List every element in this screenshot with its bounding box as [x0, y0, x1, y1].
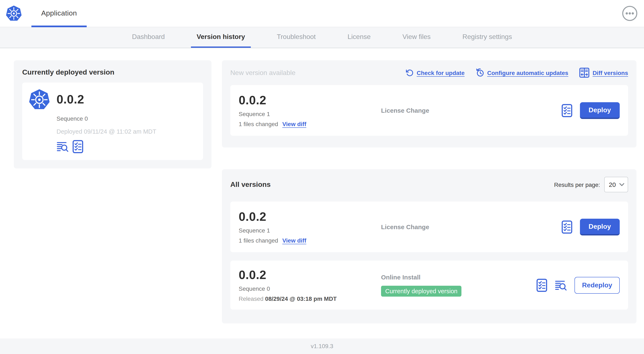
view-diff-link[interactable]: View diff	[282, 121, 306, 127]
currently-deployed-panel: Currently deployed version 0.0.2 Sequenc…	[14, 60, 212, 168]
files-changed-label: 1 files changed	[239, 237, 278, 244]
app-footer: v1.109.3	[0, 338, 644, 354]
overflow-menu-button[interactable]	[622, 6, 638, 21]
tab-troubleshoot[interactable]: Troubleshoot	[271, 27, 322, 48]
tab-registry-settings[interactable]: Registry settings	[456, 27, 518, 48]
tab-version-history[interactable]: Version history	[191, 27, 251, 48]
clock-refresh-icon	[476, 68, 484, 77]
deployed-sequence-label: Sequence 0	[56, 115, 196, 122]
files-changed-label: 1 files changed	[239, 121, 278, 127]
version-row: 0.0.2 Sequence 0 Released08/29/24 @ 03:1…	[230, 261, 628, 309]
all-versions-panel: All versions Results per page: 20 0.0.2 …	[222, 169, 636, 323]
logs-icon	[555, 280, 567, 290]
results-per-page-label: Results per page:	[554, 181, 600, 188]
version-source-label: Online Install	[381, 273, 536, 281]
sequence-label: Sequence 1	[239, 227, 381, 234]
deployed-version-card: 0.0.2 Sequence 0 Deployed 09/11/24 @ 11:…	[22, 83, 203, 160]
checklist-icon	[561, 220, 572, 234]
preflight-checks-button[interactable]	[561, 104, 572, 117]
app-title-tab[interactable]: Application	[32, 0, 87, 27]
sequence-label: Sequence 1	[239, 111, 381, 117]
redeploy-button[interactable]: Redeploy	[574, 277, 620, 293]
preflight-checks-button[interactable]	[72, 140, 83, 153]
console-version-label: v1.109.3	[0, 338, 644, 354]
chevron-down-icon	[619, 183, 624, 186]
logs-icon	[56, 141, 69, 152]
check-for-update-link[interactable]: Check for update	[406, 69, 464, 77]
new-version-panel: New version available Check for update C…	[222, 60, 636, 147]
app-title: Application	[41, 9, 77, 18]
version-number: 0.0.2	[239, 93, 381, 107]
new-version-card: 0.0.2 Sequence 1 1 files changed View di…	[230, 85, 628, 136]
refresh-icon	[406, 69, 414, 77]
kubernetes-app-icon	[29, 88, 50, 110]
checklist-icon	[72, 140, 83, 153]
tab-dashboard[interactable]: Dashboard	[126, 27, 171, 48]
configure-automatic-updates-link[interactable]: Configure automatic updates	[476, 68, 568, 77]
kubernetes-logo-icon	[6, 5, 22, 22]
diff-icon	[579, 68, 590, 78]
deployed-version-number: 0.0.2	[56, 92, 84, 106]
diff-versions-link[interactable]: Diff versions	[579, 68, 628, 78]
version-row: 0.0.2 Sequence 1 1 files changed View di…	[230, 201, 628, 252]
currently-deployed-badge: Currently deployed version	[381, 286, 462, 297]
checklist-icon	[536, 278, 547, 292]
sequence-label: Sequence 0	[239, 285, 381, 292]
view-logs-button[interactable]	[56, 141, 69, 152]
version-number: 0.0.2	[239, 268, 381, 282]
new-version-title: New version available	[230, 69, 296, 77]
released-timestamp: Released08/29/24 @ 03:18 pm MDT	[239, 295, 381, 302]
deploy-button[interactable]: Deploy	[580, 102, 620, 119]
view-diff-link[interactable]: View diff	[282, 237, 306, 244]
app-tab-active-indicator	[32, 26, 87, 27]
ellipsis-icon	[622, 6, 638, 21]
results-per-page-select[interactable]: 20	[604, 177, 628, 192]
currently-deployed-title: Currently deployed version	[14, 60, 212, 77]
tab-view-files[interactable]: View files	[396, 27, 436, 48]
all-versions-title: All versions	[230, 180, 271, 189]
version-number: 0.0.2	[239, 210, 381, 224]
preflight-checks-button[interactable]	[561, 220, 572, 234]
app-window: Application Dashboard Version history Tr…	[0, 0, 644, 354]
deploy-button[interactable]: Deploy	[580, 218, 620, 235]
version-source-label: License Change	[381, 107, 561, 114]
app-header: Application	[0, 0, 644, 27]
app-subnav: Dashboard Version history Troubleshoot L…	[0, 27, 644, 48]
preflight-checks-button[interactable]	[536, 278, 547, 292]
checklist-icon	[561, 104, 572, 117]
tab-license[interactable]: License	[342, 27, 376, 48]
view-logs-button[interactable]	[555, 280, 567, 290]
version-source-label: License Change	[381, 223, 561, 230]
deployed-timestamp: Deployed 09/11/24 @ 11:02 am MDT	[56, 128, 196, 135]
